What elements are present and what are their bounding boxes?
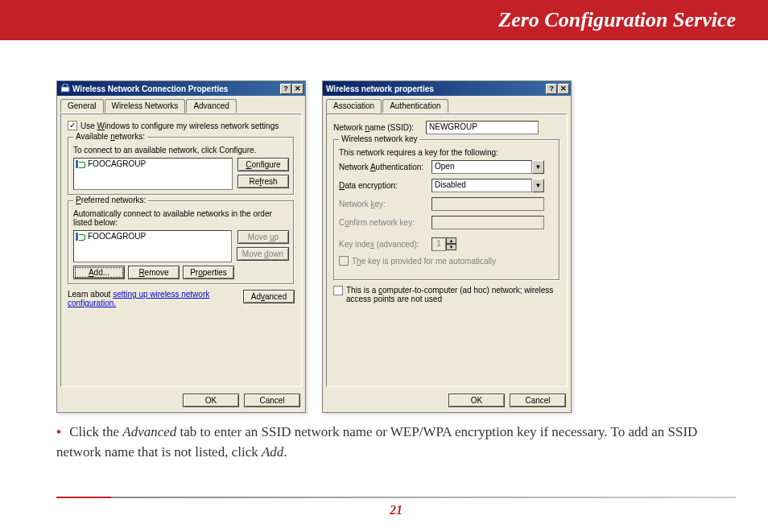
list-item[interactable]: FOOCAGROUP xyxy=(74,159,232,169)
tab-wireless-networks[interactable]: Wireless Networks xyxy=(105,99,186,113)
spin-down-icon: ▼ xyxy=(446,244,456,250)
available-networks-group: Available networks: To connect to an ava… xyxy=(68,137,295,196)
page-footer: 21 xyxy=(56,497,736,518)
auth-value: Open xyxy=(431,160,532,174)
tab-panel: Network name (SSID): NEWGROUP Wireless n… xyxy=(326,113,568,387)
key-index-value: 1 xyxy=(431,237,446,251)
advanced-button[interactable]: Advanced xyxy=(243,290,295,303)
properties-button[interactable]: Properties xyxy=(183,266,234,279)
tabstrip: General Wireless Networks Advanced xyxy=(60,99,302,113)
encryption-dropdown[interactable]: Disabled ▼ xyxy=(431,179,544,192)
spin-up-icon: ▲ xyxy=(446,237,456,244)
preferred-listbox[interactable]: FOOCAGROUP xyxy=(73,230,232,262)
preferred-networks-group: Preferred networks: Automatically connec… xyxy=(68,200,295,285)
learn-prefix: Learn about xyxy=(68,290,113,299)
configure-button[interactable]: Configure xyxy=(237,158,289,171)
network-key-input xyxy=(431,197,544,211)
refresh-button[interactable]: Refresh xyxy=(237,175,289,188)
ssid-input[interactable]: NEWGROUP xyxy=(426,121,539,134)
preferred-legend: Preferred networks: xyxy=(73,196,148,204)
key-index-label: Key index (advanced): xyxy=(339,240,431,249)
available-item-label: FOOCAGROUP xyxy=(88,159,146,168)
dialog-body: Association Authentication Network name … xyxy=(323,96,571,390)
preferred-item-label: FOOCAGROUP xyxy=(88,232,146,241)
chevron-down-icon[interactable]: ▼ xyxy=(532,160,544,174)
ok-button[interactable]: OK xyxy=(448,394,505,407)
tab-panel: ✓ Use Windows to configure my wireless n… xyxy=(60,113,302,387)
page-number: 21 xyxy=(56,503,736,518)
cancel-button[interactable]: Cancel xyxy=(244,394,300,407)
learn-text: Learn about setting up wireless network … xyxy=(68,290,238,307)
chevron-down-icon[interactable]: ▼ xyxy=(532,179,544,192)
titlebar: Wireless Network Connection Properties ?… xyxy=(57,81,305,96)
add-button[interactable]: Add... xyxy=(73,266,125,279)
instruction-text: • Click the Advanced tab to enter an SSI… xyxy=(0,413,768,462)
preferred-hint: Automatically connect to available netwo… xyxy=(73,209,289,227)
confirm-key-input xyxy=(431,216,544,229)
use-windows-checkbox-row: ✓ Use Windows to configure my wireless n… xyxy=(68,121,295,130)
titlebar: Wireless network properties ? ✕ xyxy=(323,81,571,96)
available-hint: To connect to an available network, clic… xyxy=(73,146,289,155)
available-legend: Available networks: xyxy=(73,132,147,141)
cancel-button[interactable]: Cancel xyxy=(510,394,566,407)
close-button[interactable]: ✕ xyxy=(558,84,569,94)
available-listbox[interactable]: FOOCAGROUP xyxy=(73,158,233,190)
titlebar-text: Wireless network properties xyxy=(326,85,546,93)
wireless-key-group: Wireless network key This network requir… xyxy=(333,139,560,281)
network-key-label: Network key: xyxy=(339,200,431,208)
key-hint: This network requires a key for the foll… xyxy=(339,148,555,157)
instruction-t3: . xyxy=(283,444,287,460)
dialog-footer: OK Cancel xyxy=(323,390,571,412)
dialog-footer: OK Cancel xyxy=(57,390,305,412)
key-index-spinner: 1 ▲ ▼ xyxy=(431,237,457,251)
auth-label: Network Authentication: xyxy=(339,163,431,171)
ok-button[interactable]: OK xyxy=(183,394,239,407)
advanced-word: Advanced xyxy=(122,424,176,439)
move-down-button[interactable]: Move down xyxy=(237,247,289,261)
confirm-key-label: Confirm network key: xyxy=(339,218,431,227)
footer-divider xyxy=(56,497,736,498)
list-item[interactable]: FOOCAGROUP xyxy=(74,231,231,241)
window-icon xyxy=(60,84,70,93)
wireless-network-properties-dialog: Wireless network properties ? ✕ Associat… xyxy=(322,80,572,413)
screenshots-row: Wireless Network Connection Properties ?… xyxy=(0,40,768,413)
use-windows-label: Use Windows to configure my wireless net… xyxy=(81,122,279,130)
adhoc-label: This is a computer-to-computer (ad hoc) … xyxy=(346,286,560,303)
dialog-body: General Wireless Networks Advanced ✓ Use… xyxy=(57,96,305,390)
auth-dropdown[interactable]: Open ▼ xyxy=(431,160,544,174)
tab-association[interactable]: Association xyxy=(326,99,382,113)
auto-key-label: The key is provided for me automatically xyxy=(352,257,496,266)
header-title: Zero Configuration Service xyxy=(498,8,736,32)
ssid-label: Network name (SSID): xyxy=(333,123,426,132)
encryption-label: Data encryption: xyxy=(339,181,431,190)
encryption-value: Disabled xyxy=(431,179,532,192)
network-icon xyxy=(76,160,85,168)
wireless-connection-properties-dialog: Wireless Network Connection Properties ?… xyxy=(56,80,306,413)
help-button[interactable]: ? xyxy=(280,84,291,94)
use-windows-checkbox[interactable]: ✓ xyxy=(68,121,77,130)
close-button[interactable]: ✕ xyxy=(292,84,303,94)
auto-key-checkbox xyxy=(339,256,349,266)
add-word: Add xyxy=(262,444,283,460)
tab-advanced[interactable]: Advanced xyxy=(186,99,236,113)
adhoc-checkbox[interactable] xyxy=(333,286,343,295)
header-bar: Zero Configuration Service xyxy=(0,0,768,40)
remove-button[interactable]: Remove xyxy=(128,266,180,279)
key-legend: Wireless network key xyxy=(339,134,419,143)
titlebar-text: Wireless Network Connection Properties xyxy=(72,85,280,93)
tab-authentication[interactable]: Authentication xyxy=(382,99,448,113)
bullet-icon: • xyxy=(56,424,61,439)
svg-rect-0 xyxy=(61,87,69,92)
instruction-t1: Click the xyxy=(69,424,122,439)
network-icon xyxy=(76,233,85,241)
move-up-button[interactable]: Move up xyxy=(237,230,289,244)
tabstrip: Association Authentication xyxy=(326,99,568,113)
tab-general[interactable]: General xyxy=(60,99,104,113)
help-button[interactable]: ? xyxy=(546,84,557,94)
